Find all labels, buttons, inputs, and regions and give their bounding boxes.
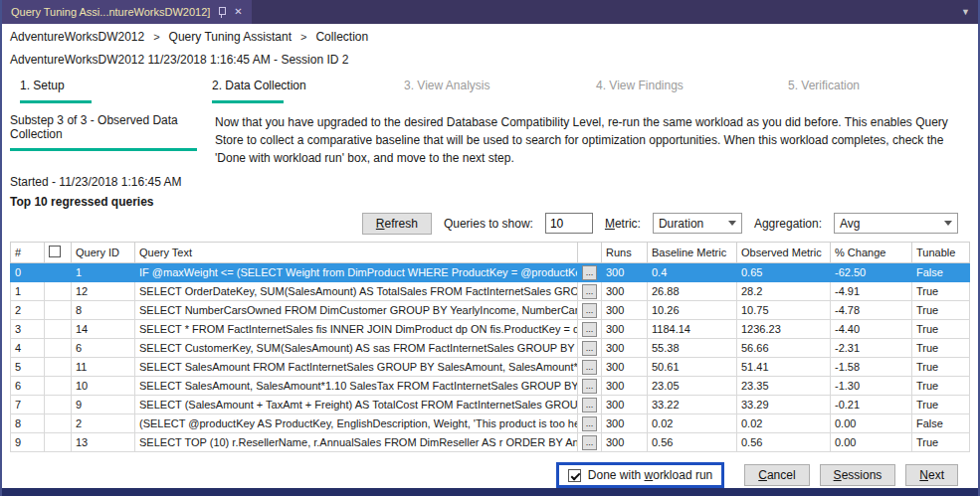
checkbox-checked-icon[interactable]	[568, 469, 581, 482]
select-all-checkbox[interactable]	[49, 246, 61, 257]
cell-tunable: True	[912, 320, 970, 339]
document-tab[interactable]: Query Tuning Assi...ntureWorksDW2012] ✕	[2, 0, 252, 24]
cell-observed: 0.56	[737, 433, 831, 452]
table-row[interactable]: 314SELECT * FROM FactInternetSales fis I…	[11, 320, 970, 339]
cell-query_text: IF @maxWeight <= (SELECT Weight from Dim…	[135, 263, 578, 282]
header-tunable[interactable]: Tunable	[912, 243, 970, 263]
row-select-cell[interactable]	[45, 282, 72, 301]
queries-to-show-input[interactable]	[545, 213, 593, 234]
substep-description: Now that you have upgraded to the desire…	[215, 113, 970, 167]
query-detail-button[interactable]: ...	[582, 265, 597, 280]
cell-query_text: SELECT TOP (10) r.ResellerName, r.Annual…	[135, 433, 578, 452]
done-with-workload-checkbox[interactable]: Done with workload run	[556, 462, 724, 488]
cell-runs: 300	[602, 414, 648, 433]
cell-runs: 300	[602, 339, 648, 358]
cell-change: -1.58	[831, 358, 912, 377]
row-select-cell[interactable]	[45, 320, 72, 339]
breadcrumb-item-qta[interactable]: Query Tuning Assistant	[169, 30, 292, 44]
query-detail-button[interactable]: ...	[582, 284, 597, 299]
cell-baseline: 0.02	[648, 414, 737, 433]
row-select-cell[interactable]	[45, 377, 72, 396]
table-row[interactable]: 79SELECT (SalesAmount + TaxAmt + Freight…	[11, 396, 970, 414]
breadcrumb-separator: >	[300, 31, 306, 43]
step-label-verification: 5. Verification	[788, 79, 970, 92]
cell-query_text: SELECT OrderDateKey, SUM(SalesAmount) AS…	[135, 282, 578, 301]
row-select-cell[interactable]	[45, 263, 72, 282]
cell-query_text: SELECT NumberCarsOwned FROM DimCustomer …	[135, 301, 578, 320]
row-select-cell[interactable]	[45, 396, 72, 414]
query-detail-button[interactable]: ...	[582, 360, 597, 375]
query-detail-button[interactable]: ...	[582, 379, 597, 394]
table-row[interactable]: 913SELECT TOP (10) r.ResellerName, r.Ann…	[11, 433, 970, 452]
close-icon[interactable]: ✕	[234, 7, 242, 17]
aggregation-label: Aggregation:	[754, 217, 822, 231]
regressed-queries-title: Top 10 regressed queries	[10, 189, 970, 209]
cell-runs: 300	[602, 320, 648, 339]
tab-list-menu-icon[interactable]: ▼	[961, 7, 978, 17]
cell-n: 5	[11, 358, 45, 377]
table-row[interactable]: 01IF @maxWeight <= (SELECT Weight from D…	[11, 263, 970, 282]
aggregation-dropdown[interactable]: Avg	[834, 213, 958, 234]
cell-baseline: 1184.14	[648, 320, 737, 339]
cell-baseline: 50.61	[648, 358, 737, 377]
cell-query_id: 2	[72, 414, 135, 433]
table-row[interactable]: 610SELECT SalesAmount, SalesAmount*1.10 …	[11, 377, 970, 396]
cell-runs: 300	[602, 396, 648, 414]
query-detail-button[interactable]: ...	[582, 303, 597, 318]
cell-tunable: True	[912, 433, 970, 452]
step-label-view-analysis: 3. View Analysis	[404, 79, 586, 92]
dropdown-arrow-icon	[728, 221, 736, 226]
cell-change: -4.40	[831, 320, 912, 339]
wizard-step: 1. Setup	[10, 79, 202, 103]
header-select-all[interactable]	[45, 243, 72, 263]
wizard-steps: 1. Setup 2. Data Collection 3. View Anal…	[10, 67, 970, 103]
table-row[interactable]: 46SELECT CustomerKey, SUM(SalesAmount) A…	[11, 339, 970, 358]
cell-change: -0.21	[831, 396, 912, 414]
cell-runs: 300	[602, 301, 648, 320]
step-label-view-findings: 4. View Findings	[596, 79, 778, 92]
cell-baseline: 0.4	[648, 263, 737, 282]
query-detail-button[interactable]: ...	[582, 435, 597, 450]
breadcrumb-item-collection[interactable]: Collection	[315, 30, 368, 44]
tab-title: Query Tuning Assi...ntureWorksDW2012]	[11, 6, 210, 18]
header-runs[interactable]: Runs	[602, 243, 648, 263]
row-ellipsis-cell: ...	[578, 301, 602, 320]
query-detail-button[interactable]: ...	[582, 322, 597, 337]
sessions-button[interactable]: Sessions	[820, 464, 896, 486]
row-select-cell[interactable]	[45, 358, 72, 377]
table-row[interactable]: 112SELECT OrderDateKey, SUM(SalesAmount)…	[11, 282, 970, 301]
table-row[interactable]: 511SELECT SalesAmount FROM FactInternetS…	[11, 358, 970, 377]
table-row[interactable]: 82(SELECT @productKey AS ProductKey, Eng…	[11, 414, 970, 433]
row-select-cell[interactable]	[45, 414, 72, 433]
query-detail-button[interactable]: ...	[582, 341, 597, 356]
query-detail-button[interactable]: ...	[582, 398, 597, 413]
breadcrumb-item-database[interactable]: AdventureWorksDW2012	[10, 30, 144, 44]
pin-icon[interactable]	[217, 7, 227, 18]
next-button[interactable]: Next	[905, 464, 958, 486]
cell-n: 3	[11, 320, 45, 339]
cell-tunable: True	[912, 339, 970, 358]
header-index[interactable]: #	[11, 243, 45, 263]
breadcrumb: AdventureWorksDW2012 > Query Tuning Assi…	[10, 24, 970, 44]
footer-actions: Done with workload run Cancel Sessions N…	[10, 462, 970, 488]
header-query-id[interactable]: Query ID	[72, 243, 135, 263]
query-detail-button[interactable]: ...	[582, 416, 597, 431]
row-ellipsis-cell: ...	[578, 396, 602, 414]
header-query-text[interactable]: Query Text	[135, 243, 578, 263]
row-select-cell[interactable]	[45, 301, 72, 320]
cell-n: 0	[11, 263, 45, 282]
cell-observed: 51.41	[737, 358, 831, 377]
header-percent-change[interactable]: % Change	[831, 243, 912, 263]
row-select-cell[interactable]	[45, 433, 72, 452]
table-row[interactable]: 28SELECT NumberCarsOwned FROM DimCustome…	[11, 301, 970, 320]
cell-baseline: 10.26	[648, 301, 737, 320]
header-baseline-metric[interactable]: Baseline Metric	[648, 243, 737, 263]
cancel-button[interactable]: Cancel	[744, 464, 809, 486]
metric-dropdown[interactable]: Duration	[653, 213, 742, 234]
cell-change: -4.91	[831, 282, 912, 301]
row-select-cell[interactable]	[45, 339, 72, 358]
cell-tunable: True	[912, 282, 970, 301]
refresh-button[interactable]: Refresh	[362, 213, 432, 235]
header-observed-metric[interactable]: Observed Metric	[737, 243, 831, 263]
cell-query_id: 11	[72, 358, 135, 377]
